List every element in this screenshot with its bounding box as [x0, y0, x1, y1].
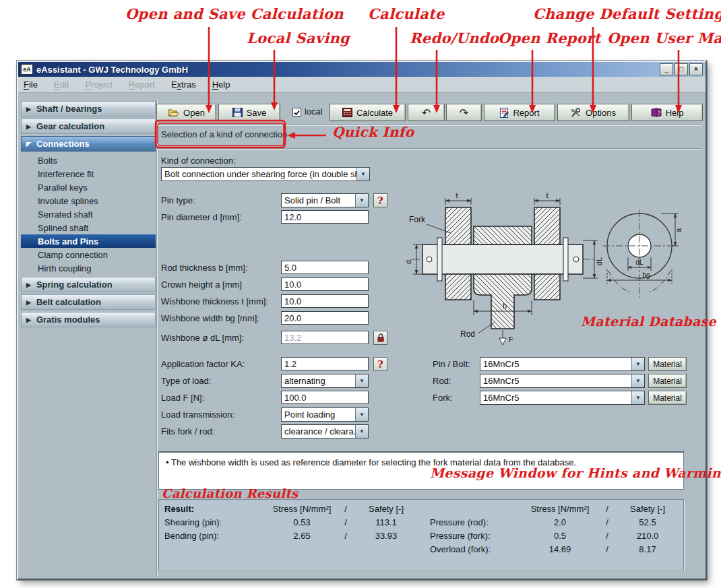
bullet-icon: •: [166, 457, 169, 467]
sidebar-item-hirth-coupling[interactable]: Hirth coupling: [21, 261, 156, 275]
chevron-right-icon: ▶: [26, 123, 31, 130]
load-f-input[interactable]: [281, 391, 369, 404]
svg-text:d: d: [404, 260, 412, 264]
svg-text:dL: dL: [635, 259, 644, 266]
fork-material-button[interactable]: Material: [648, 391, 687, 405]
menu-bar: File Edit Project Report Extras Help: [18, 77, 706, 93]
table-row: Overload (fork): 14.69 / 8.17: [429, 542, 678, 556]
chevron-right-icon: ▶: [26, 317, 31, 323]
sidebar-divider: [156, 100, 158, 576]
annotation-redo-undo: Redo/Undo: [410, 30, 499, 46]
calculate-button[interactable]: Calculate: [330, 104, 406, 121]
quick-info-text: Selection of a kind of connection: [161, 129, 287, 139]
quickinfo-separator: [156, 148, 701, 150]
options-button[interactable]: Options: [557, 104, 629, 121]
table-row: Pressure (rod): 2.0 / 52.5: [429, 515, 678, 529]
sidebar-item-involute-splines[interactable]: Involute splines: [21, 194, 156, 207]
menu-extras[interactable]: Extras: [171, 79, 196, 90]
annotation-local-saving: Local Saving: [247, 30, 350, 46]
annotation-open-user-manual: Open User Manual: [607, 30, 721, 46]
open-button[interactable]: Open: [156, 104, 216, 121]
rod-material-label: Rod:: [433, 376, 451, 386]
triangle-expanded-icon: ◤: [26, 141, 31, 148]
chevron-down-icon[interactable]: ▼: [356, 168, 369, 181]
pin-bolt-material-select[interactable]: 16MnCr5 ▼: [480, 357, 645, 371]
chevron-down-icon[interactable]: ▼: [631, 391, 644, 404]
chevron-right-icon: ▶: [26, 299, 31, 306]
wishbone-width-input[interactable]: [281, 311, 369, 325]
pin-bolt-material-button[interactable]: Material: [648, 357, 687, 371]
pin-diameter-input[interactable]: [281, 210, 369, 224]
pin-diameter-label: Pin diameter d [mm]:: [161, 212, 242, 222]
menu-help[interactable]: Help: [212, 79, 230, 90]
save-button[interactable]: Save: [218, 104, 280, 121]
chevron-down-icon[interactable]: ▼: [355, 425, 368, 438]
sidebar-item-connections[interactable]: ◤ Connections: [21, 136, 156, 152]
pin-type-help-button[interactable]: ?: [373, 193, 387, 207]
crown-height-label: Crown height a [mm]: [161, 280, 242, 290]
chevron-down-icon[interactable]: ▼: [355, 408, 368, 421]
close-button[interactable]: ×: [689, 63, 703, 75]
undo-button[interactable]: ↶: [408, 104, 445, 121]
rod-material-select[interactable]: 16MnCr5 ▼: [480, 374, 645, 388]
minimize-button[interactable]: _: [660, 63, 673, 75]
application-factor-input[interactable]: [281, 357, 369, 370]
sidebar-item-interference-fit[interactable]: Interference fit: [21, 167, 156, 181]
application-factor-help-button[interactable]: ?: [373, 357, 387, 371]
chevron-right-icon: ▶: [26, 282, 31, 288]
chevron-down-icon[interactable]: ▼: [355, 194, 368, 207]
sidebar-item-spring-calculation[interactable]: ▶ Spring calculation: [21, 277, 156, 292]
question-icon: ?: [377, 358, 383, 370]
crown-height-input[interactable]: [281, 277, 369, 291]
pin-bolt-material-label: Pin / Bolt:: [433, 359, 470, 369]
app-icon: eA: [21, 64, 33, 75]
svg-text:b: b: [503, 302, 507, 310]
sidebar-item-serrated-shaft[interactable]: Serrated shaft: [21, 207, 156, 221]
sidebar-item-shaft-bearings[interactable]: ▶ Shaft / bearings: [21, 101, 156, 117]
sidebar-item-bolts-and-pins[interactable]: Bolts and Pins: [21, 234, 156, 248]
sidebar-item-splined-shaft[interactable]: Splined shaft: [21, 221, 156, 234]
report-document-icon: [499, 108, 509, 118]
kind-of-connection-select[interactable]: Bolt connection under shearing force (in…: [161, 167, 370, 181]
annotation-material-database: Material Database: [581, 314, 716, 329]
rod-thickness-label: Rod thickness b [mm]:: [161, 263, 248, 273]
sidebar-item-gear-calculation[interactable]: ▶ Gear calculation: [21, 119, 156, 134]
sidebar: ▶ Shaft / bearings ▶ Gear calculation ◤ …: [21, 101, 156, 575]
pin-type-select[interactable]: Solid pin / Bolt ▼: [281, 193, 369, 207]
maximize-button[interactable]: □: [675, 63, 688, 75]
local-checkbox[interactable]: [292, 108, 301, 117]
wishbone-diameter-lock-button[interactable]: [373, 331, 387, 345]
table-row: Shearing (pin): 0.53 / 113.1: [163, 515, 416, 529]
help-button[interactable]: ? Help: [631, 104, 703, 121]
chevron-down-icon[interactable]: ▼: [631, 374, 644, 387]
results-table-left: Result: Stress [N/mm²] / Safety [-] Shea…: [163, 502, 416, 542]
sidebar-item-belt-calculation[interactable]: ▶ Belt calculation: [21, 294, 156, 310]
chevron-down-icon[interactable]: ▼: [631, 358, 644, 370]
load-transmission-select[interactable]: Point loading ▼: [281, 407, 369, 422]
menu-file[interactable]: File: [24, 79, 38, 90]
sidebar-item-clamp-connection[interactable]: Clamp connection: [21, 248, 156, 261]
fits-fork-rod-select[interactable]: clearance / cleara... ▼: [281, 424, 369, 438]
sidebar-item-gratis-modules[interactable]: ▶ Gratis modules: [21, 312, 156, 327]
results-panel: Result: Stress [N/mm²] / Safety [-] Shea…: [158, 499, 684, 570]
fork-material-select[interactable]: 16MnCr5 ▼: [480, 391, 645, 405]
open-folder-icon: [168, 108, 179, 117]
application-factor-label: Application factor KA:: [161, 359, 245, 369]
local-checkbox-label[interactable]: local: [305, 106, 323, 117]
redo-button[interactable]: ↷: [446, 104, 482, 121]
annotation-change-default-settings: Change Default Settings: [533, 5, 721, 22]
wishbone-thickness-input[interactable]: [281, 294, 369, 308]
menu-edit: Edit: [54, 79, 69, 90]
sidebar-item-bolts[interactable]: Bolts: [21, 154, 156, 167]
menu-project: Project: [85, 79, 112, 90]
rod-thickness-input[interactable]: [281, 261, 369, 274]
title-bar[interactable]: eA eAssistant - GWJ Technology GmbH _ □ …: [18, 62, 706, 77]
rod-material-button[interactable]: Material: [648, 374, 687, 388]
svg-text:dL: dL: [595, 257, 603, 265]
type-of-load-select[interactable]: alternating ▼: [281, 374, 369, 388]
sidebar-item-parallel-keys[interactable]: Parallel keys: [21, 181, 156, 194]
report-button[interactable]: Report: [484, 104, 555, 121]
chevron-down-icon[interactable]: ▼: [355, 374, 368, 387]
svg-text:Fork: Fork: [409, 215, 426, 224]
menu-report: Report: [129, 79, 155, 90]
